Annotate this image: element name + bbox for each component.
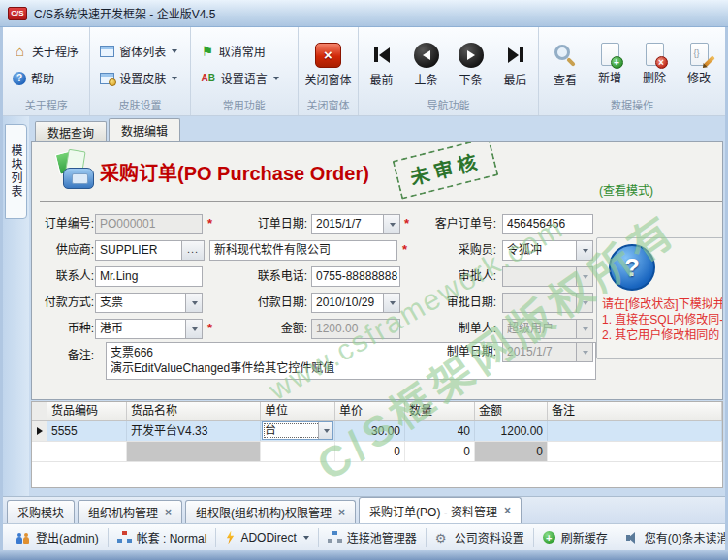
unit-combo[interactable]: 台 bbox=[262, 421, 333, 440]
cell-amount[interactable]: 1200.00 bbox=[475, 421, 548, 441]
set-language-button[interactable]: AB 设置语言 bbox=[197, 67, 283, 89]
grid-col-amount[interactable]: 金额 bbox=[475, 402, 548, 420]
unread-messages-button[interactable]: 您有(0)条未读消息 bbox=[617, 528, 725, 547]
cell-qty[interactable]: 40 bbox=[405, 421, 475, 441]
users-icon bbox=[16, 531, 30, 544]
contact-field[interactable]: Mr.Ling bbox=[95, 266, 203, 287]
chevron-down-icon[interactable] bbox=[185, 320, 202, 338]
previous-record-icon bbox=[414, 43, 439, 68]
grid-col-qty[interactable]: 数量 bbox=[405, 402, 475, 420]
creator-label: 制单人: bbox=[409, 319, 496, 339]
logout-button[interactable]: 登出(admin) bbox=[7, 528, 109, 547]
about-button[interactable]: 关于程序 bbox=[9, 40, 82, 62]
phone-field[interactable]: 0755-88888888 bbox=[311, 266, 400, 287]
module-list-tab[interactable]: 模块列表 bbox=[5, 124, 27, 219]
close-icon: × bbox=[315, 43, 341, 68]
buyer-field[interactable]: 令狐冲 bbox=[502, 240, 593, 261]
view-button[interactable]: 查看 bbox=[545, 43, 586, 87]
nav-prev-button[interactable]: 上条 bbox=[406, 43, 447, 87]
order-date-field[interactable]: 2015/1/7 bbox=[311, 214, 400, 234]
grid-col-code[interactable]: 货品编码 bbox=[47, 402, 127, 420]
set-skin-button[interactable]: 设置皮肤 bbox=[96, 67, 181, 89]
close-form-button[interactable]: × 关闭窗体 bbox=[307, 43, 348, 87]
approver-field bbox=[502, 266, 593, 287]
cell-unit[interactable]: 台 bbox=[261, 421, 335, 441]
app-logo-icon: C/S bbox=[8, 7, 27, 20]
supplier-name-field[interactable]: 新科现代软件有限公司 bbox=[209, 240, 397, 261]
delete-button[interactable]: × 删除 bbox=[634, 43, 675, 87]
add-button[interactable]: + 新增 bbox=[589, 43, 630, 87]
grid-col-price[interactable]: 单价 bbox=[335, 402, 405, 420]
ado-direct-button[interactable]: ADODirect bbox=[216, 528, 318, 547]
chevron-down-icon[interactable] bbox=[383, 215, 399, 233]
grid-header-row: 货品编码 货品名称 单位 单价 数量 金额 备注 bbox=[32, 402, 722, 421]
close-icon[interactable]: × bbox=[165, 508, 172, 517]
notice-text: 请在[修改状态]下模拟并 1. 直接在SQL内修改同- 2. 其它用户修改相同的 bbox=[602, 296, 723, 343]
tab-data-query[interactable]: 数据查询 bbox=[35, 121, 107, 141]
close-icon[interactable]: × bbox=[504, 506, 511, 515]
cancel-favorite-button[interactable]: 取消常用 bbox=[197, 40, 283, 62]
cell-amount[interactable]: 0 bbox=[475, 442, 548, 461]
cell-code[interactable]: 5555 bbox=[47, 421, 127, 441]
currency-field[interactable]: 港币 bbox=[95, 319, 203, 339]
table-row[interactable]: 0 0 0 bbox=[32, 442, 722, 462]
supplier-browse-button[interactable]: ... bbox=[181, 240, 205, 261]
chevron-down-icon bbox=[576, 267, 592, 286]
payment-date-field[interactable]: 2010/10/29 bbox=[311, 293, 400, 313]
modify-button[interactable]: {} 修改 bbox=[679, 43, 719, 87]
cell-price[interactable]: 30.00 bbox=[335, 421, 405, 441]
tab-data-edit[interactable]: 数据编辑 bbox=[109, 118, 180, 141]
form-list-button[interactable]: 窗体列表 bbox=[96, 40, 181, 62]
cell-remark[interactable] bbox=[548, 442, 722, 461]
form-title: 采购订单(PO Purchase Order) bbox=[100, 158, 369, 186]
supplier-code-field[interactable]: SUPPLIER bbox=[95, 240, 182, 261]
mdi-tab-strip: 采购模块 组织机构管理 × 组权限(组织机构)权限管理 × 采购订单(PO) -… bbox=[3, 496, 725, 523]
mdi-tab-purchase-order[interactable]: 采购订单(PO) - 资料管理 × bbox=[359, 497, 522, 523]
company-settings-button[interactable]: 公司资料设置 bbox=[427, 528, 534, 547]
window-title: C/S系统快速开发框架 - 企业版V4.5 bbox=[34, 5, 215, 21]
cell-price[interactable]: 0 bbox=[335, 442, 405, 461]
cell-name[interactable] bbox=[127, 442, 261, 461]
mdi-tab-purchase-module[interactable]: 采购模块 bbox=[7, 500, 75, 523]
order-date-label: 订单日期: bbox=[239, 214, 307, 234]
refresh-cache-button[interactable]: + 刷新缓存 bbox=[534, 528, 617, 547]
cell-code[interactable] bbox=[47, 442, 127, 461]
customer-order-no-field[interactable]: 456456456 bbox=[502, 214, 593, 234]
connection-pool-button[interactable]: 连接池管理器 bbox=[319, 528, 427, 547]
mdi-tab-org-management[interactable]: 组织机构管理 × bbox=[78, 500, 182, 523]
grid-col-remark[interactable]: 备注 bbox=[548, 402, 722, 420]
chevron-down-icon[interactable] bbox=[383, 294, 399, 312]
ribbon-group-caption: 皮肤设置 bbox=[90, 99, 190, 115]
nav-first-button[interactable]: 最前 bbox=[362, 43, 402, 87]
status-bar: 登出(admin) 帐套 : Normal ADODirect 连接池管理器 公… bbox=[3, 523, 725, 550]
org-chart-icon bbox=[117, 531, 131, 544]
chevron-down-icon[interactable] bbox=[318, 422, 332, 439]
window-border-bottom bbox=[0, 550, 728, 560]
nav-last-button[interactable]: 最后 bbox=[495, 43, 536, 87]
required-mark: * bbox=[207, 317, 217, 340]
cell-remark[interactable] bbox=[548, 421, 722, 441]
account-set-button[interactable]: 帐套 : Normal bbox=[109, 528, 217, 547]
cell-unit[interactable] bbox=[261, 442, 335, 461]
help-button[interactable]: ? 帮助 bbox=[9, 67, 82, 89]
nav-next-button[interactable]: 下条 bbox=[451, 43, 491, 87]
chevron-down-icon bbox=[273, 77, 279, 80]
app-window: C/S C/S系统快速开发框架 - 企业版V4.5 关于程序 ? 帮助 关于程序 bbox=[0, 0, 728, 560]
chevron-down-icon[interactable] bbox=[185, 294, 202, 312]
grid-col-name[interactable]: 货品名称 bbox=[127, 402, 261, 420]
required-mark: * bbox=[207, 212, 217, 235]
cell-name[interactable]: 开发平台V4.33 bbox=[127, 421, 261, 441]
cell-qty[interactable]: 0 bbox=[405, 442, 475, 461]
ribbon-group-caption: 数据操作 bbox=[539, 99, 725, 115]
ribbon-group-about: 关于程序 ? 帮助 关于程序 bbox=[3, 27, 90, 115]
chevron-down-icon bbox=[576, 294, 592, 312]
ribbon-group-data: 查看 + 新增 × 删除 {} 修改 数据操作 bbox=[539, 27, 725, 115]
table-row[interactable]: 5555 开发平台V4.33 台 30.00 40 1200.00 bbox=[32, 421, 722, 442]
close-icon[interactable]: × bbox=[338, 508, 345, 517]
mdi-tab-group-permissions[interactable]: 组权限(组织机构)权限管理 × bbox=[185, 500, 356, 523]
payment-method-field[interactable]: 支票 bbox=[95, 293, 203, 313]
chevron-down-icon[interactable] bbox=[576, 241, 592, 260]
create-date-field: 2015/1/7 bbox=[502, 342, 593, 362]
chevron-down-icon bbox=[172, 49, 177, 53]
grid-col-unit[interactable]: 单位 bbox=[261, 402, 335, 420]
